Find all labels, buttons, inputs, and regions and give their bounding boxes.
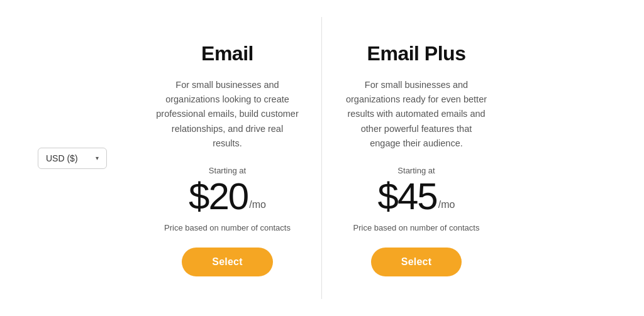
select-button-email-plus[interactable]: Select [371, 248, 462, 276]
price-row-email: $20 /mo [189, 178, 266, 215]
chevron-down-icon: ▾ [96, 155, 99, 161]
price-row-email-plus: $45 /mo [378, 178, 455, 215]
price-symbol-email-plus: $ [378, 175, 397, 217]
price-amount-email: $20 [189, 178, 248, 215]
plan-description-email: For small businesses and organizations l… [156, 78, 299, 151]
page-container: USD ($) ▾ Email For small businesses and… [0, 0, 644, 316]
currency-selector: USD ($) ▾ [38, 148, 107, 169]
price-symbol-email: $ [189, 175, 208, 217]
currency-dropdown[interactable]: USD ($) ▾ [38, 148, 107, 169]
starting-at-label-email-plus: Starting at [397, 166, 435, 175]
plan-card-email: Email For small businesses and organizat… [133, 17, 322, 299]
select-button-email[interactable]: Select [182, 248, 272, 276]
price-note-email-plus: Price based on number of contacts [353, 223, 480, 232]
price-mo-email: /mo [249, 199, 266, 210]
price-mo-email-plus: /mo [438, 199, 455, 210]
currency-label: USD ($) [46, 153, 78, 163]
starting-at-label-email: Starting at [209, 166, 246, 175]
plan-title-email: Email [201, 42, 253, 65]
price-note-email: Price based on number of contacts [164, 223, 291, 232]
plan-description-email-plus: For small businesses and organizations r… [345, 78, 488, 151]
price-value-email-plus: 45 [397, 175, 437, 217]
price-value-email: 20 [208, 175, 248, 217]
plan-title-email-plus: Email Plus [367, 42, 466, 65]
plan-card-email-plus: Email Plus For small businesses and orga… [322, 17, 511, 299]
price-amount-email-plus: $45 [378, 178, 437, 215]
plans-container: Email For small businesses and organizat… [133, 17, 511, 299]
